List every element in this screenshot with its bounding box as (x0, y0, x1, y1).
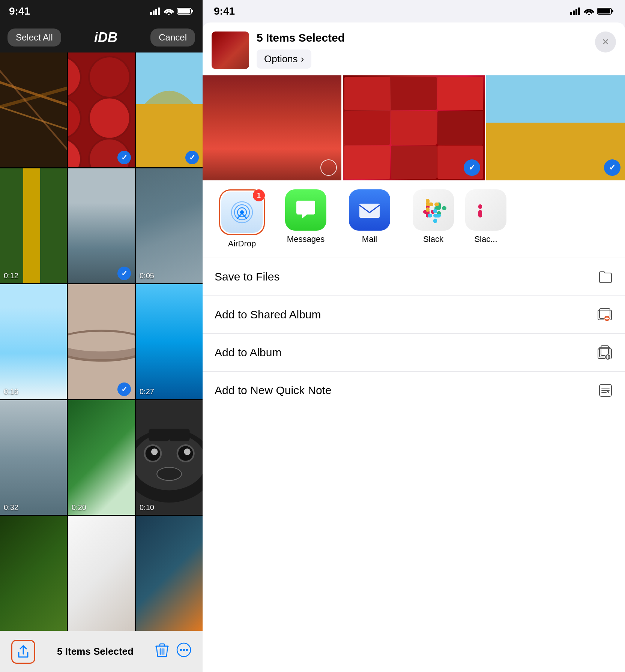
svg-point-30 (136, 433, 203, 490)
right-status-bar: 9:41 (203, 0, 625, 22)
slack2-app-icon[interactable]: Slac... (465, 189, 506, 249)
items-selected-label: 5 Items Selected (57, 646, 134, 657)
brand-label: iDB (94, 30, 117, 45)
photo-cell[interactable]: 0:10 (136, 400, 203, 515)
messages-app-icon[interactable]: Messages (274, 189, 338, 249)
battery-icon (177, 8, 194, 15)
svg-point-18 (89, 98, 130, 138)
photo-image (136, 400, 203, 515)
messages-icon-bg (285, 189, 326, 231)
mail-svg (356, 197, 383, 223)
airdrop-badge: 1 (253, 189, 265, 201)
add-to-quick-note-item[interactable]: Add to New Quick Note (203, 372, 625, 409)
left-time: 9:41 (9, 5, 30, 17)
chevron-right-icon: › (301, 53, 304, 65)
photo-cell[interactable]: 0:12 (0, 168, 67, 283)
share-button[interactable] (11, 640, 35, 664)
preview-strip: ✓ ✓ (203, 75, 625, 180)
photo-image (136, 52, 203, 167)
photo-cell[interactable]: 0:16 (0, 284, 67, 399)
thumbnail-image (212, 32, 249, 69)
svg-rect-51 (598, 9, 610, 14)
delete-button[interactable] (155, 642, 169, 661)
photo-duration: 0:27 (140, 387, 154, 396)
save-to-files-item[interactable]: Save to Files (203, 258, 625, 296)
more-button[interactable] (176, 642, 191, 661)
airdrop-svg (229, 199, 255, 225)
photo-cell[interactable] (0, 52, 67, 167)
photo-cell[interactable] (68, 516, 135, 631)
options-button[interactable]: Options › (257, 50, 311, 69)
toolbar-right-icons (155, 642, 191, 661)
right-time: 9:41 (214, 5, 235, 17)
more-icon (176, 642, 191, 657)
right-status-icons (570, 8, 614, 15)
svg-rect-0 (150, 12, 152, 15)
folder-icon (598, 269, 613, 284)
slack2-svg (473, 197, 499, 223)
photo-cell[interactable] (136, 516, 203, 631)
airdrop-app-icon[interactable]: 1 AirDrop (210, 189, 274, 249)
shared-album-icon (596, 307, 613, 322)
signal-icon (570, 8, 581, 15)
quick-note-icon (598, 383, 613, 398)
close-button[interactable]: ✕ (595, 32, 616, 52)
slack-app-icon[interactable]: Slack (401, 189, 465, 249)
preview-item[interactable] (203, 75, 341, 180)
slack2-label: Slac... (474, 234, 497, 244)
svg-rect-46 (573, 10, 575, 15)
svg-rect-65 (442, 206, 446, 210)
svg-rect-74 (478, 210, 482, 218)
svg-rect-67 (428, 214, 432, 218)
add-to-shared-album-label: Add to Shared Album (215, 308, 321, 321)
svg-point-15 (89, 57, 130, 98)
photo-cell[interactable]: ✓ (68, 52, 135, 167)
add-to-album-label: Add to Album (215, 346, 281, 359)
photo-cell[interactable]: 0:32 (0, 400, 67, 515)
svg-rect-47 (575, 9, 577, 15)
photo-cell[interactable]: ✓ (68, 168, 135, 283)
photo-cell[interactable]: ✓ (68, 284, 135, 399)
photo-cell[interactable]: 0:27 (136, 284, 203, 399)
mail-label: Mail (362, 234, 377, 244)
svg-rect-6 (178, 9, 190, 14)
cancel-button[interactable]: Cancel (150, 28, 195, 46)
photo-duration: 0:16 (4, 387, 18, 396)
photo-duration: 0:12 (4, 272, 18, 280)
add-to-shared-album-item[interactable]: Add to Shared Album (203, 296, 625, 334)
airdrop-icon-bg: 1 (221, 192, 263, 233)
photo-image (68, 284, 135, 399)
svg-rect-71 (434, 202, 439, 206)
options-label: Options (264, 53, 298, 65)
preview-check: ✓ (604, 159, 620, 176)
mail-app-icon[interactable]: Mail (338, 189, 401, 249)
svg-point-33 (151, 448, 158, 455)
svg-rect-68 (433, 219, 437, 223)
preview-item[interactable]: ✓ (486, 75, 625, 180)
photo-duration: 0:05 (140, 272, 154, 280)
photo-cell[interactable]: 0:05 (136, 168, 203, 283)
photo-image (0, 52, 67, 167)
photo-cell[interactable]: 0:20 (68, 400, 135, 515)
items-selected-text: 5 Items Selected (257, 32, 587, 44)
preview-item[interactable]: ✓ (343, 75, 485, 180)
photo-cell[interactable]: ✓ (136, 52, 203, 167)
share-header: 5 Items Selected Options › ✕ (203, 22, 625, 75)
select-all-button[interactable]: Select All (8, 28, 61, 46)
svg-rect-57 (359, 204, 380, 218)
photo-grid: ✓ ✓ 0:12 ✓ 0:05 0:16 (0, 52, 203, 631)
svg-rect-72 (426, 199, 430, 203)
check-circle: ✓ (117, 382, 131, 396)
svg-point-27 (68, 332, 135, 351)
left-status-bar: 9:41 (0, 0, 203, 22)
share-header-info: 5 Items Selected Options › (257, 32, 587, 69)
check-circle: ✓ (117, 267, 131, 280)
slack2-icon-bg (465, 189, 506, 231)
svg-rect-73 (426, 207, 430, 212)
photo-duration: 0:20 (72, 503, 86, 512)
slack-icon-bg (413, 189, 454, 231)
share-sheet: 5 Items Selected Options › ✕ (203, 22, 625, 672)
photo-cell[interactable] (0, 516, 67, 631)
preview-check: ✓ (464, 159, 480, 176)
add-to-album-item[interactable]: Add to Album (203, 334, 625, 372)
